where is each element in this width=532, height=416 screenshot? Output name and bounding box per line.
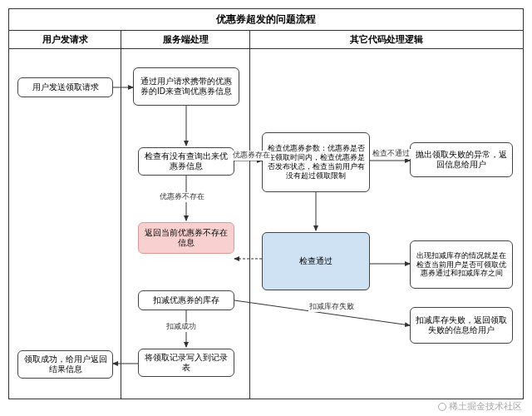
edge-exist: 优惠券存在 — [232, 151, 271, 161]
watermark-text: 稀土掘金技术社区 — [449, 401, 522, 411]
node-user-send: 用户发送领取请求 — [17, 77, 113, 97]
lane-other-header: 其它代码处理逻辑 — [250, 31, 523, 49]
node-check-query: 检查有没有查询出来优惠券信息 — [138, 147, 234, 176]
node-not-exist: 返回当前优惠券不存在信息 — [138, 222, 234, 254]
swimlane-container: 优惠券超发的问题流程 用户发请求 用户发送领取请求 领取成功，给用户返回结果信息… — [8, 8, 524, 399]
watermark-icon — [438, 403, 446, 411]
lane-server-header: 服务端处理 — [121, 31, 249, 49]
edge-not-exist: 优惠券不存在 — [159, 192, 205, 202]
lane-user: 用户发请求 用户发送领取请求 领取成功，给用户返回结果信息 — [9, 31, 121, 399]
node-check-params: 检查优惠券参数：优惠券是否在领取时间内，检查优惠券是否发布状态，检查当前用户有没… — [262, 132, 370, 192]
edge-deduct-ok: 扣减成功 — [165, 322, 197, 332]
node-deduct-fail: 扣减库存失败，返回领取失败的信息给用户 — [410, 307, 513, 344]
node-query-info: 通过用户请求携带的优惠券的ID来查询优惠券信息 — [133, 67, 239, 106]
lane-other: 其它代码处理逻辑 检查优惠券参数：优惠券是否在领取时间内，检查优惠券是否发布状态… — [250, 31, 523, 399]
diagram-title: 优惠券超发的问题流程 — [9, 9, 523, 31]
lane-server: 服务端处理 通过用户请求携带的优惠券的ID来查询优惠券信息 检查有没有查询出来优… — [121, 31, 250, 399]
edge-deduct-fail: 扣减库存失败 — [308, 302, 355, 312]
node-throw-fail: 抛出领取失败的异常，返回信息给用户 — [410, 142, 513, 177]
node-check-pass: 检查通过 — [262, 232, 370, 290]
edge-check-fail: 检查不通过 — [372, 149, 411, 159]
node-write-log: 将领取记录写入到记录表 — [138, 349, 234, 377]
node-success: 领取成功，给用户返回结果信息 — [17, 350, 113, 379]
watermark: 稀土掘金技术社区 — [438, 400, 522, 413]
lanes: 用户发请求 用户发送领取请求 领取成功，给用户返回结果信息 服务端处理 通过用户… — [9, 31, 523, 399]
node-race-note: 出现扣减库存的情况就是在检查当前用户是否可领取优惠券通过和扣减库存之间 — [410, 240, 513, 289]
lane-user-header: 用户发请求 — [9, 31, 121, 49]
node-deduct: 扣减优惠券的库存 — [138, 290, 234, 310]
